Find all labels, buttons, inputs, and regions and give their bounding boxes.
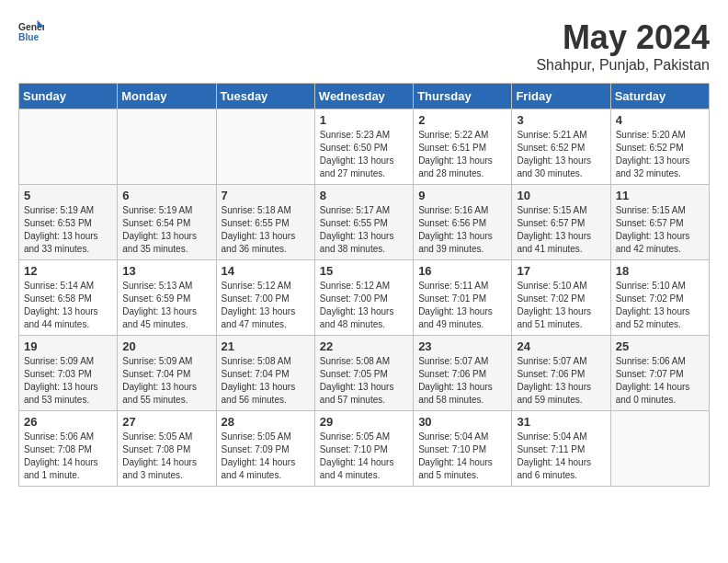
calendar-week-3: 12Sunrise: 5:14 AM Sunset: 6:58 PM Dayli… bbox=[19, 260, 710, 336]
calendar-cell: 24Sunrise: 5:07 AM Sunset: 7:06 PM Dayli… bbox=[512, 336, 610, 411]
day-number: 4 bbox=[616, 113, 704, 127]
day-info: Sunrise: 5:22 AM Sunset: 6:51 PM Dayligh… bbox=[418, 129, 506, 180]
day-info: Sunrise: 5:10 AM Sunset: 7:02 PM Dayligh… bbox=[517, 280, 605, 331]
calendar-cell: 27Sunrise: 5:05 AM Sunset: 7:08 PM Dayli… bbox=[118, 411, 216, 487]
calendar-cell bbox=[118, 109, 216, 185]
day-info: Sunrise: 5:15 AM Sunset: 6:57 PM Dayligh… bbox=[517, 204, 605, 256]
calendar-cell: 25Sunrise: 5:06 AM Sunset: 7:07 PM Dayli… bbox=[610, 336, 709, 411]
calendar-cell bbox=[216, 109, 314, 185]
day-info: Sunrise: 5:18 AM Sunset: 6:55 PM Dayligh… bbox=[222, 204, 310, 256]
day-info: Sunrise: 5:13 AM Sunset: 6:59 PM Dayligh… bbox=[122, 280, 210, 331]
calendar-cell bbox=[19, 109, 118, 185]
day-info: Sunrise: 5:08 AM Sunset: 7:05 PM Dayligh… bbox=[320, 355, 408, 407]
calendar-week-5: 26Sunrise: 5:06 AM Sunset: 7:08 PM Dayli… bbox=[19, 411, 710, 487]
calendar-cell: 2Sunrise: 5:22 AM Sunset: 6:51 PM Daylig… bbox=[414, 109, 512, 185]
day-info: Sunrise: 5:04 AM Sunset: 7:11 PM Dayligh… bbox=[517, 431, 605, 482]
calendar-cell: 7Sunrise: 5:18 AM Sunset: 6:55 PM Daylig… bbox=[216, 185, 314, 260]
weekday-wednesday: Wednesday bbox=[314, 84, 413, 109]
day-info: Sunrise: 5:23 AM Sunset: 6:50 PM Dayligh… bbox=[320, 129, 408, 180]
day-number: 26 bbox=[24, 415, 112, 429]
day-number: 2 bbox=[418, 113, 506, 127]
weekday-saturday: Saturday bbox=[610, 84, 709, 109]
weekday-sunday: Sunday bbox=[19, 84, 118, 109]
calendar-table: SundayMondayTuesdayWednesdayThursdayFrid… bbox=[18, 83, 710, 487]
calendar-week-1: 1Sunrise: 5:23 AM Sunset: 6:50 PM Daylig… bbox=[19, 109, 710, 185]
calendar-cell: 16Sunrise: 5:11 AM Sunset: 7:01 PM Dayli… bbox=[414, 260, 512, 336]
day-number: 5 bbox=[24, 189, 112, 202]
day-number: 25 bbox=[616, 339, 704, 353]
day-number: 30 bbox=[418, 415, 506, 429]
day-info: Sunrise: 5:14 AM Sunset: 6:58 PM Dayligh… bbox=[24, 280, 112, 331]
day-info: Sunrise: 5:05 AM Sunset: 7:08 PM Dayligh… bbox=[122, 431, 210, 482]
calendar-cell: 14Sunrise: 5:12 AM Sunset: 7:00 PM Dayli… bbox=[216, 260, 314, 336]
calendar-cell: 26Sunrise: 5:06 AM Sunset: 7:08 PM Dayli… bbox=[19, 411, 118, 487]
calendar-cell: 21Sunrise: 5:08 AM Sunset: 7:04 PM Dayli… bbox=[216, 336, 314, 411]
day-number: 3 bbox=[517, 113, 605, 127]
day-number: 8 bbox=[320, 189, 408, 202]
day-number: 13 bbox=[122, 264, 210, 278]
day-number: 16 bbox=[418, 264, 506, 278]
calendar-cell: 30Sunrise: 5:04 AM Sunset: 7:10 PM Dayli… bbox=[414, 411, 512, 487]
calendar-cell: 9Sunrise: 5:16 AM Sunset: 6:56 PM Daylig… bbox=[414, 185, 512, 260]
day-number: 20 bbox=[122, 339, 210, 353]
header: General Blue May 2024 Shahpur, Punjab, P… bbox=[18, 18, 710, 74]
day-info: Sunrise: 5:19 AM Sunset: 6:53 PM Dayligh… bbox=[24, 204, 112, 256]
day-number: 9 bbox=[418, 189, 506, 202]
day-number: 10 bbox=[517, 189, 605, 202]
main-title: May 2024 bbox=[536, 18, 710, 57]
day-number: 1 bbox=[320, 113, 408, 127]
day-number: 27 bbox=[122, 415, 210, 429]
day-info: Sunrise: 5:17 AM Sunset: 6:55 PM Dayligh… bbox=[320, 204, 408, 256]
calendar-cell: 1Sunrise: 5:23 AM Sunset: 6:50 PM Daylig… bbox=[314, 109, 413, 185]
day-number: 23 bbox=[418, 339, 506, 353]
day-info: Sunrise: 5:20 AM Sunset: 6:52 PM Dayligh… bbox=[616, 129, 704, 180]
day-number: 14 bbox=[222, 264, 310, 278]
day-info: Sunrise: 5:06 AM Sunset: 7:08 PM Dayligh… bbox=[24, 431, 112, 482]
calendar-cell: 18Sunrise: 5:10 AM Sunset: 7:02 PM Dayli… bbox=[610, 260, 709, 336]
calendar-week-4: 19Sunrise: 5:09 AM Sunset: 7:03 PM Dayli… bbox=[19, 336, 710, 411]
calendar-cell: 12Sunrise: 5:14 AM Sunset: 6:58 PM Dayli… bbox=[19, 260, 118, 336]
day-info: Sunrise: 5:21 AM Sunset: 6:52 PM Dayligh… bbox=[517, 129, 605, 180]
day-info: Sunrise: 5:06 AM Sunset: 7:07 PM Dayligh… bbox=[616, 355, 704, 407]
day-number: 29 bbox=[320, 415, 408, 429]
calendar-cell: 8Sunrise: 5:17 AM Sunset: 6:55 PM Daylig… bbox=[314, 185, 413, 260]
day-number: 22 bbox=[320, 339, 408, 353]
day-number: 15 bbox=[320, 264, 408, 278]
calendar-cell: 13Sunrise: 5:13 AM Sunset: 6:59 PM Dayli… bbox=[118, 260, 216, 336]
day-info: Sunrise: 5:11 AM Sunset: 7:01 PM Dayligh… bbox=[418, 280, 506, 331]
calendar-cell: 6Sunrise: 5:19 AM Sunset: 6:54 PM Daylig… bbox=[118, 185, 216, 260]
weekday-thursday: Thursday bbox=[414, 84, 512, 109]
calendar-cell: 23Sunrise: 5:07 AM Sunset: 7:06 PM Dayli… bbox=[414, 336, 512, 411]
day-number: 17 bbox=[517, 264, 605, 278]
day-info: Sunrise: 5:10 AM Sunset: 7:02 PM Dayligh… bbox=[616, 280, 704, 331]
day-number: 24 bbox=[517, 339, 605, 353]
calendar-cell: 5Sunrise: 5:19 AM Sunset: 6:53 PM Daylig… bbox=[19, 185, 118, 260]
logo: General Blue bbox=[18, 18, 44, 44]
calendar-cell: 28Sunrise: 5:05 AM Sunset: 7:09 PM Dayli… bbox=[216, 411, 314, 487]
day-info: Sunrise: 5:19 AM Sunset: 6:54 PM Dayligh… bbox=[122, 204, 210, 256]
day-number: 18 bbox=[616, 264, 704, 278]
day-number: 11 bbox=[616, 189, 704, 202]
calendar-cell: 31Sunrise: 5:04 AM Sunset: 7:11 PM Dayli… bbox=[512, 411, 610, 487]
day-info: Sunrise: 5:08 AM Sunset: 7:04 PM Dayligh… bbox=[222, 355, 310, 407]
calendar-cell: 22Sunrise: 5:08 AM Sunset: 7:05 PM Dayli… bbox=[314, 336, 413, 411]
calendar-cell: 4Sunrise: 5:20 AM Sunset: 6:52 PM Daylig… bbox=[610, 109, 709, 185]
day-number: 6 bbox=[122, 189, 210, 202]
day-number: 28 bbox=[222, 415, 310, 429]
day-info: Sunrise: 5:07 AM Sunset: 7:06 PM Dayligh… bbox=[418, 355, 506, 407]
calendar-cell bbox=[610, 411, 709, 487]
svg-text:Blue: Blue bbox=[18, 32, 40, 42]
calendar-cell: 20Sunrise: 5:09 AM Sunset: 7:04 PM Dayli… bbox=[118, 336, 216, 411]
day-number: 12 bbox=[24, 264, 112, 278]
day-info: Sunrise: 5:09 AM Sunset: 7:03 PM Dayligh… bbox=[24, 355, 112, 407]
day-info: Sunrise: 5:05 AM Sunset: 7:09 PM Dayligh… bbox=[222, 431, 310, 482]
day-number: 31 bbox=[517, 415, 605, 429]
calendar-cell: 29Sunrise: 5:05 AM Sunset: 7:10 PM Dayli… bbox=[314, 411, 413, 487]
day-number: 7 bbox=[222, 189, 310, 202]
weekday-tuesday: Tuesday bbox=[216, 84, 314, 109]
day-info: Sunrise: 5:12 AM Sunset: 7:00 PM Dayligh… bbox=[320, 280, 408, 331]
calendar-cell: 3Sunrise: 5:21 AM Sunset: 6:52 PM Daylig… bbox=[512, 109, 610, 185]
calendar-cell: 15Sunrise: 5:12 AM Sunset: 7:00 PM Dayli… bbox=[314, 260, 413, 336]
day-info: Sunrise: 5:15 AM Sunset: 6:57 PM Dayligh… bbox=[616, 204, 704, 256]
calendar-cell: 10Sunrise: 5:15 AM Sunset: 6:57 PM Dayli… bbox=[512, 185, 610, 260]
